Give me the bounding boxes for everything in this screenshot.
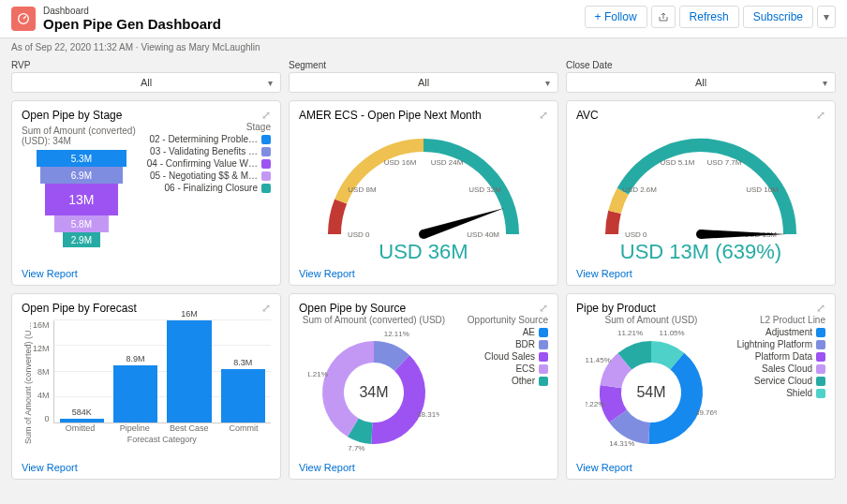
page-title: Open Pipe Gen Dashboard bbox=[43, 16, 221, 32]
filter-close-date: Close Date All bbox=[566, 60, 836, 93]
donut-subtitle: Sum of Amount (converted) (USD) bbox=[303, 315, 445, 325]
card-title: Open Pipe by Source bbox=[299, 302, 548, 315]
svg-text:12.11%: 12.11% bbox=[384, 330, 409, 338]
legend-item: Cloud Sales bbox=[454, 351, 548, 362]
donut-chart: Sum of Amount (converted) (USD) 12.11%38… bbox=[299, 315, 548, 458]
bar-x-axis: OmittedPipelineBest CaseCommit bbox=[53, 423, 271, 433]
view-report-link[interactable]: View Report bbox=[299, 458, 548, 473]
legend-item: AE bbox=[454, 327, 548, 337]
svg-text:USD 5.1M: USD 5.1M bbox=[661, 158, 695, 167]
card-title: Open Pipe by Stage bbox=[22, 109, 271, 122]
legend-title: Opportunity Source bbox=[454, 315, 548, 325]
header-left: Dashboard Open Pipe Gen Dashboard bbox=[11, 6, 221, 32]
filter-segment: Segment All bbox=[289, 60, 558, 93]
legend-title: Stage bbox=[147, 122, 271, 132]
expand-icon[interactable]: ⤢ bbox=[261, 109, 271, 122]
legend-item: Other bbox=[454, 376, 548, 386]
expand-icon[interactable]: ⤢ bbox=[539, 302, 548, 315]
svg-text:39.76%: 39.76% bbox=[695, 408, 717, 417]
title-block: Dashboard Open Pipe Gen Dashboard bbox=[43, 6, 221, 32]
funnel-segment: 13M bbox=[45, 184, 118, 215]
filter-rvp: RVP All bbox=[11, 60, 281, 93]
view-report-link[interactable]: View Report bbox=[22, 264, 271, 279]
card-title: AVC bbox=[576, 109, 825, 122]
card-amer-ecs-gauge: AMER ECS - Open Pipe Next Month ⤢ USD 0U… bbox=[289, 100, 558, 286]
filter-select-segment[interactable]: All bbox=[289, 72, 558, 93]
funnel-legend: Stage 02 - Determining Proble…03 - Valid… bbox=[147, 122, 271, 264]
filter-value: All bbox=[695, 77, 706, 88]
card-title: Open Pipe by Forecast bbox=[22, 302, 271, 315]
view-report-link[interactable]: View Report bbox=[22, 458, 271, 473]
more-actions-button[interactable]: ▾ bbox=[817, 6, 836, 28]
funnel-segment: 2.9M bbox=[63, 232, 100, 247]
refresh-button[interactable]: Refresh bbox=[679, 6, 739, 28]
svg-text:USD 8M: USD 8M bbox=[348, 185, 377, 194]
legend-item: Service Cloud bbox=[732, 376, 825, 386]
legend-item: Sales Cloud bbox=[732, 363, 825, 374]
donut-chart: Sum of Amount (USD) 11.05%39.76%14.31%12… bbox=[576, 315, 825, 458]
donut-legend: L2 Product Line AdjustmentLightning Plat… bbox=[732, 315, 825, 458]
svg-text:USD 0: USD 0 bbox=[348, 230, 370, 239]
filters-row: RVP All Segment All Close Date All bbox=[0, 56, 847, 100]
gauge-value: USD 13M (639%) bbox=[620, 240, 781, 264]
share-button[interactable] bbox=[651, 6, 676, 28]
bar-y-axis: 16M12M8M4M0 bbox=[33, 320, 53, 423]
view-report-link[interactable]: View Report bbox=[576, 458, 825, 473]
filter-label: Segment bbox=[289, 60, 558, 70]
legend-item: Lightning Platform bbox=[732, 339, 825, 349]
filter-select-close-date[interactable]: All bbox=[566, 72, 836, 93]
view-report-link[interactable]: View Report bbox=[299, 264, 548, 279]
gauge-value: USD 36M bbox=[379, 240, 468, 264]
svg-text:11.21%: 11.21% bbox=[617, 329, 643, 337]
svg-text:USD 2.6M: USD 2.6M bbox=[622, 185, 657, 194]
follow-button[interactable]: + Follow bbox=[585, 6, 647, 28]
svg-text:11.05%: 11.05% bbox=[660, 329, 685, 337]
legend-item: ECS bbox=[454, 363, 548, 374]
svg-text:12.22%: 12.22% bbox=[586, 400, 604, 408]
breadcrumb: Dashboard bbox=[43, 6, 221, 16]
svg-point-16 bbox=[696, 230, 706, 239]
svg-text:38.31%: 38.31% bbox=[417, 410, 439, 419]
filter-value: All bbox=[141, 77, 152, 88]
expand-icon[interactable]: ⤢ bbox=[816, 302, 825, 315]
legend-item: 02 - Determining Proble… bbox=[147, 134, 271, 144]
expand-icon[interactable]: ⤢ bbox=[816, 109, 825, 122]
view-report-link[interactable]: View Report bbox=[576, 264, 825, 279]
funnel-segment: 6.9M bbox=[40, 167, 123, 184]
legend-item: BDR bbox=[454, 339, 548, 349]
card-pipe-by-product: Pipe by Product ⤢ Sum of Amount (USD) 11… bbox=[566, 293, 836, 480]
expand-icon[interactable]: ⤢ bbox=[261, 302, 271, 315]
legend-item: 03 - Validating Benefits … bbox=[147, 146, 271, 156]
card-open-pipe-by-forecast: Open Pipe by Forecast ⤢ Sum of Amount (c… bbox=[11, 293, 281, 480]
bar: 8.3M bbox=[221, 369, 265, 422]
dashboard-app-icon bbox=[11, 7, 36, 31]
legend-item: 06 - Finalizing Closure bbox=[147, 183, 271, 193]
filter-select-rvp[interactable]: All bbox=[11, 72, 281, 93]
legend-item: 04 - Confirming Value W… bbox=[147, 158, 271, 169]
svg-text:7.7%: 7.7% bbox=[348, 444, 364, 452]
svg-text:54M: 54M bbox=[636, 384, 665, 400]
dashboard-grid: Open Pipe by Stage ⤢ Sum of Amount (conv… bbox=[0, 100, 847, 491]
bar: 8.9M bbox=[113, 365, 157, 422]
svg-text:USD 40M: USD 40M bbox=[467, 230, 499, 239]
legend-title: L2 Product Line bbox=[732, 315, 825, 325]
card-title: Pipe by Product bbox=[576, 302, 825, 315]
chevron-down-icon: ▾ bbox=[824, 10, 829, 23]
subscribe-button[interactable]: Subscribe bbox=[743, 6, 813, 28]
legend-item: Adjustment bbox=[732, 327, 825, 337]
svg-text:USD 32M: USD 32M bbox=[468, 185, 501, 194]
bar-ylabel: Sum of Amount (converted) (U… bbox=[22, 320, 33, 444]
dashboard-meta: As of Sep 22, 2020 11:32 AM · Viewing as… bbox=[0, 38, 847, 56]
svg-text:USD 7.7M: USD 7.7M bbox=[707, 158, 742, 167]
svg-point-8 bbox=[419, 230, 428, 239]
card-avc-gauge: AVC ⤢ USD 0USD 2.6MUSD 5.1MUSD 7.7MUSD 1… bbox=[566, 100, 836, 286]
funnel-subtitle: Sum of Amount (converted) (USD): 34M bbox=[22, 126, 141, 146]
funnel-segment: 5.3M bbox=[37, 150, 126, 167]
expand-icon[interactable]: ⤢ bbox=[539, 109, 548, 122]
card-open-pipe-by-stage: Open Pipe by Stage ⤢ Sum of Amount (conv… bbox=[11, 100, 281, 286]
bar: 584K bbox=[60, 419, 104, 422]
funnel-chart: 5.3M6.9M13M5.8M2.9M bbox=[22, 150, 141, 247]
card-title: AMER ECS - Open Pipe Next Month bbox=[299, 109, 548, 122]
svg-text:USD 16M: USD 16M bbox=[384, 158, 417, 167]
donut-legend: Opportunity Source AEBDRCloud SalesECSOt… bbox=[454, 315, 548, 458]
